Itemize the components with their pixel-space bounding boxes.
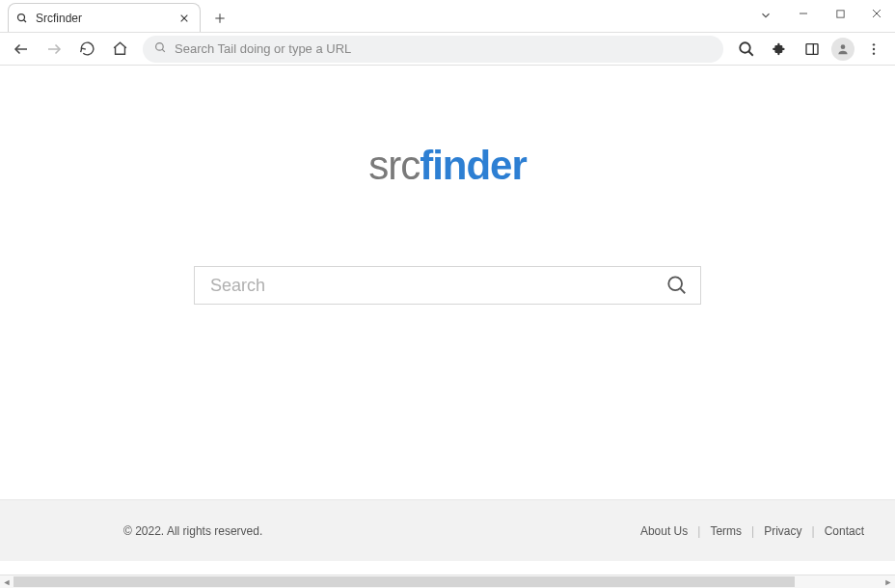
window-controls: [785, 0, 895, 27]
window-titlebar: Srcfinder: [0, 0, 895, 33]
search-input[interactable]: [210, 276, 664, 296]
kebab-menu-button[interactable]: [860, 36, 887, 63]
svg-point-0: [18, 13, 25, 20]
scroll-left-arrow[interactable]: ◄: [0, 575, 14, 589]
close-tab-button[interactable]: [176, 11, 192, 26]
address-bar[interactable]: [143, 36, 723, 63]
footer-link-about[interactable]: About Us: [640, 524, 688, 538]
page-content: srcfinder © 2022. All rights reserved. A…: [0, 66, 895, 575]
svg-point-18: [841, 44, 846, 49]
browser-toolbar: [0, 33, 895, 66]
logo-part2: finder: [420, 143, 527, 188]
logo-part1: src: [368, 143, 420, 188]
footer-link-terms[interactable]: Terms: [710, 524, 742, 538]
footer-links: About Us | Terms | Privacy | Contact: [640, 524, 864, 538]
svg-point-21: [873, 52, 875, 54]
svg-point-22: [668, 277, 682, 290]
separator-icon: |: [751, 524, 754, 538]
new-tab-button[interactable]: [206, 5, 233, 32]
svg-rect-16: [806, 43, 818, 54]
separator-icon: |: [812, 524, 815, 538]
svg-point-12: [156, 42, 164, 50]
svg-point-20: [873, 47, 875, 49]
copyright-text: © 2022. All rights reserved.: [123, 524, 640, 538]
svg-line-23: [680, 288, 685, 293]
footer-link-privacy[interactable]: Privacy: [764, 524, 801, 538]
site-logo: srcfinder: [0, 143, 895, 189]
side-panel-button[interactable]: [799, 36, 826, 63]
search-submit-button[interactable]: [664, 272, 691, 299]
profile-button[interactable]: [831, 38, 854, 61]
maximize-button[interactable]: [822, 0, 858, 27]
tab-search-dropdown[interactable]: [752, 4, 779, 27]
home-button[interactable]: [106, 36, 133, 63]
forward-button[interactable]: [41, 36, 68, 63]
browser-tab[interactable]: Srcfinder: [8, 3, 201, 32]
tab-title: Srcfinder: [36, 12, 176, 25]
search-icon: [154, 41, 167, 57]
svg-point-14: [740, 42, 750, 53]
scrollbar-track[interactable]: [14, 575, 881, 589]
minimize-button[interactable]: [785, 0, 822, 27]
svg-point-19: [873, 43, 875, 45]
search-box[interactable]: [194, 266, 701, 305]
close-window-button[interactable]: [858, 0, 895, 27]
scrollbar-thumb[interactable]: [14, 576, 795, 587]
back-button[interactable]: [8, 36, 35, 63]
omnibox-input[interactable]: [175, 41, 712, 56]
svg-line-13: [162, 49, 165, 52]
extensions-button[interactable]: [766, 36, 793, 63]
svg-rect-7: [836, 10, 843, 16]
scroll-right-arrow[interactable]: ►: [881, 575, 895, 589]
search-toolbar-button[interactable]: [733, 36, 760, 63]
svg-line-1: [24, 19, 27, 22]
page-footer: © 2022. All rights reserved. About Us | …: [0, 499, 895, 561]
footer-link-contact[interactable]: Contact: [825, 524, 864, 538]
horizontal-scrollbar[interactable]: ◄ ►: [0, 575, 895, 588]
svg-line-15: [748, 51, 753, 56]
reload-button[interactable]: [73, 36, 100, 63]
separator-icon: |: [697, 524, 700, 538]
magnifier-icon: [16, 13, 28, 24]
